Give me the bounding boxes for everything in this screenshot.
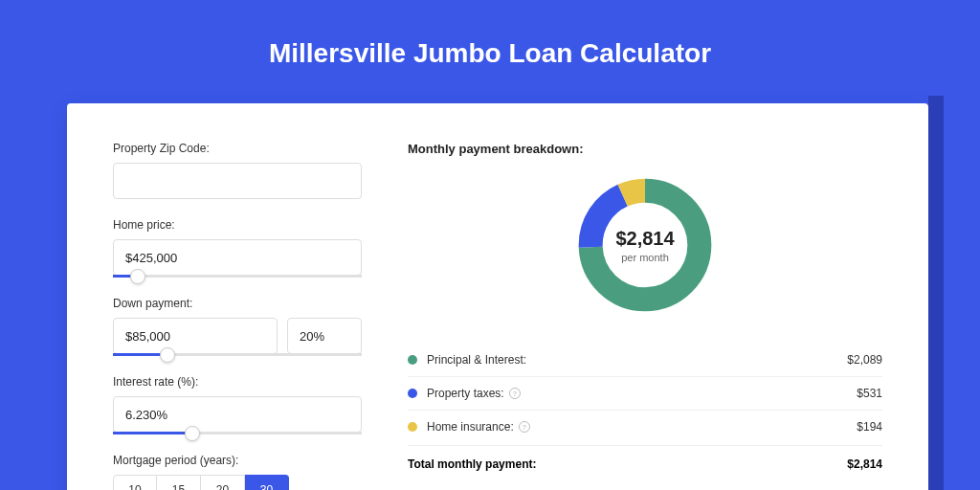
zip-group: Property Zip Code: — [113, 142, 362, 199]
legend-row: Principal & Interest:$2,089 — [408, 344, 882, 376]
donut-center: $2,814 per month — [615, 228, 674, 263]
legend-dot — [408, 389, 417, 398]
donut-sub: per month — [615, 252, 674, 263]
slider-thumb[interactable] — [185, 426, 200, 441]
zip-label: Property Zip Code: — [113, 142, 362, 155]
legend-amount: $194 — [857, 420, 882, 434]
info-icon[interactable]: ? — [509, 388, 521, 399]
breakdown-title: Monthly payment breakdown: — [408, 142, 882, 156]
slider-thumb[interactable] — [130, 269, 145, 284]
legend-label: Principal & Interest: — [427, 353, 847, 367]
period-btn-15[interactable]: 15 — [157, 475, 201, 490]
donut-chart: $2,814 per month — [408, 173, 882, 317]
calculator-card: Property Zip Code: Home price: Down paym… — [67, 103, 928, 490]
rate-group: Interest rate (%): — [113, 375, 362, 434]
rate-slider[interactable] — [113, 432, 362, 434]
down-label: Down payment: — [113, 297, 362, 310]
period-buttons: 10152030 — [113, 475, 362, 490]
donut-value: $2,814 — [615, 228, 674, 250]
price-group: Home price: — [113, 218, 362, 278]
legend-label: Property taxes: ? — [427, 387, 857, 400]
period-btn-20[interactable]: 20 — [201, 475, 245, 490]
down-input[interactable] — [113, 318, 278, 354]
price-label: Home price: — [113, 218, 362, 232]
legend-row: Home insurance: ?$194 — [408, 410, 882, 443]
legend: Principal & Interest:$2,089Property taxe… — [408, 344, 882, 443]
breakdown-panel: Monthly payment breakdown: $2,814 per mo… — [408, 142, 882, 490]
legend-amount: $2,089 — [847, 353, 882, 367]
down-group: Down payment: — [113, 297, 362, 356]
legend-dot — [408, 355, 417, 365]
total-label: Total monthly payment: — [408, 457, 847, 471]
form-panel: Property Zip Code: Home price: Down paym… — [113, 142, 362, 490]
period-btn-30[interactable]: 30 — [245, 475, 289, 490]
page-title: Millersville Jumbo Loan Calculator — [0, 0, 980, 96]
total-row: Total monthly payment: $2,814 — [408, 445, 882, 482]
period-btn-10[interactable]: 10 — [113, 475, 157, 490]
slider-thumb[interactable] — [160, 347, 175, 363]
legend-dot — [408, 422, 417, 432]
period-label: Mortgage period (years): — [113, 454, 362, 467]
legend-label: Home insurance: ? — [427, 420, 857, 434]
down-slider[interactable] — [113, 353, 362, 356]
period-group: Mortgage period (years): 10152030 — [113, 454, 362, 490]
price-slider[interactable] — [113, 275, 362, 278]
total-value: $2,814 — [847, 457, 882, 471]
rate-label: Interest rate (%): — [113, 375, 362, 389]
info-icon[interactable]: ? — [519, 421, 530, 433]
legend-row: Property taxes: ?$531 — [408, 376, 882, 410]
price-input[interactable] — [113, 239, 362, 276]
rate-input[interactable] — [113, 396, 362, 433]
down-pct-input[interactable] — [287, 318, 362, 354]
zip-input[interactable] — [113, 163, 362, 199]
legend-amount: $531 — [857, 387, 882, 400]
